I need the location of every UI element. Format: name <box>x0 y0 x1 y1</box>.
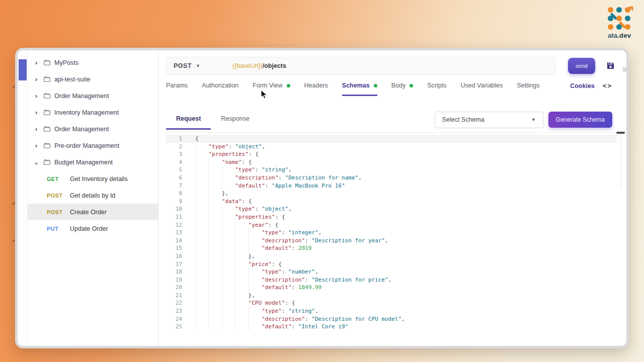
code-line[interactable]: 21 }, <box>166 292 616 300</box>
chevron-right-icon[interactable]: › <box>32 93 40 100</box>
desktop-background: ata.dev ›MyPosts›api-test-suite›Order Ma… <box>0 0 644 362</box>
chevron-right-icon[interactable]: › <box>32 59 40 66</box>
code-text: "type": "object", <box>184 205 292 213</box>
subtab-response[interactable]: Response <box>211 110 259 130</box>
code-line[interactable]: 15 "default": 2019 <box>166 244 616 252</box>
line-number: 14 <box>166 237 184 245</box>
subtab-request[interactable]: Request <box>166 110 211 130</box>
sidebar-folder[interactable]: ›Pre-order Management <box>28 137 158 154</box>
code-line[interactable]: 22 "CPU model": { <box>166 299 616 307</box>
code-text: "description": "Description for price", <box>184 276 391 284</box>
code-line[interactable]: 5 "type": "string", <box>166 166 616 174</box>
send-button[interactable]: send <box>568 58 595 74</box>
code-line[interactable]: 11 "properties": { <box>166 213 616 221</box>
sidebar-request-item[interactable]: POSTCreate Order <box>28 204 158 220</box>
line-number: 25 <box>166 323 184 331</box>
chevron-down-icon[interactable]: ⌄ <box>32 160 40 164</box>
folder-icon <box>43 126 51 132</box>
sidebar-request-item[interactable]: POSTGet details by Id <box>28 187 158 204</box>
chevron-right-icon[interactable]: › <box>32 126 40 133</box>
sidebar-request-item[interactable]: PUTUpdate Order <box>28 220 158 237</box>
code-line[interactable]: 2 "type": "object", <box>166 143 616 151</box>
tab-label: Form View <box>253 82 283 89</box>
line-number: 21 <box>166 292 184 300</box>
method-dropdown[interactable]: POST ▼ <box>167 57 208 74</box>
tab-settings[interactable]: Settings <box>517 82 539 95</box>
generate-schema-button[interactable]: Generate Schema <box>548 112 612 128</box>
url-variable: {{baseUrl}} <box>232 62 263 69</box>
code-line[interactable]: 6 "description": "Description for name", <box>166 174 616 182</box>
editor-scrollbar-track <box>621 133 621 188</box>
app-window: ›MyPosts›api-test-suite›Order Management… <box>15 48 629 348</box>
logo-dots-icon <box>608 7 631 30</box>
url-input[interactable]: {{baseUrl}}/objects <box>208 62 555 69</box>
code-line[interactable]: 12 "year": { <box>166 221 616 229</box>
tabs-right-cluster: Cookies<> <box>570 82 612 89</box>
sidebar-folder[interactable]: ›Inventory Management <box>28 104 158 121</box>
code-line[interactable]: 25 "default": "Intel Core i9" <box>166 323 616 331</box>
tab-label: Used Variables <box>460 82 503 89</box>
code-line[interactable]: 1{ <box>166 135 616 143</box>
tab-label: Params <box>166 82 188 89</box>
schema-select-dropdown[interactable]: Select Schema ▼ <box>435 112 543 128</box>
code-line[interactable]: 13 "type": "integer", <box>166 229 616 237</box>
tab-label: Scripts <box>427 82 446 89</box>
schema-toolbar: RequestResponse Select Schema ▼ Generate… <box>166 110 612 130</box>
tab-headers[interactable]: Headers <box>304 82 328 95</box>
save-button[interactable] <box>606 61 615 71</box>
code-snippet-icon[interactable]: <> <box>603 82 612 89</box>
code-line[interactable]: 19 "description": "Description for price… <box>166 276 616 284</box>
code-line[interactable]: 24 "description": "Description for CPU m… <box>166 315 616 323</box>
tab-label: Authorization <box>202 82 238 89</box>
code-text: "type": "number", <box>184 268 318 276</box>
activity-strip <box>18 50 28 346</box>
request-panel: POST ▼ {{baseUrl}}/objects send <box>158 50 626 346</box>
code-line[interactable]: 10 "type": "object", <box>166 205 616 213</box>
code-text: "price": { <box>184 260 282 268</box>
chevron-right-icon[interactable]: › <box>32 142 40 149</box>
code-line[interactable]: 9 "data": { <box>166 198 616 206</box>
code-line[interactable]: 14 "description": "Description for year"… <box>166 237 616 245</box>
line-number: 16 <box>166 252 184 260</box>
code-text: "default": "Apple MacBook Pro 16" <box>184 182 345 190</box>
tab-scripts[interactable]: Scripts <box>427 82 446 95</box>
sidebar-folder[interactable]: ›api-test-suite <box>28 71 158 87</box>
code-line[interactable]: 4 "name": { <box>166 158 616 166</box>
cookies-link[interactable]: Cookies <box>570 82 595 89</box>
active-view-indicator[interactable] <box>19 59 27 80</box>
tab-body[interactable]: Body <box>391 82 414 95</box>
green-status-dot <box>374 84 377 87</box>
sidebar-folder[interactable]: ⌄Budget Management <box>28 154 158 170</box>
code-line[interactable]: 23 "type": "string", <box>166 307 616 315</box>
sidebar-folder[interactable]: ›Order Management <box>28 121 158 137</box>
folder-label: api-test-suite <box>54 76 91 83</box>
code-line[interactable]: 17 "price": { <box>166 260 616 268</box>
tab-schemas[interactable]: Schemas <box>342 82 377 96</box>
code-line[interactable]: 7 "default": "Apple MacBook Pro 16" <box>166 182 616 190</box>
code-line[interactable]: 3 "properties": { <box>166 150 616 158</box>
sidebar-folder[interactable]: ›Order Management <box>28 87 158 104</box>
chevron-right-icon[interactable]: › <box>32 76 40 83</box>
tab-form-view[interactable]: Form View <box>253 82 290 95</box>
code-line[interactable]: 8 }, <box>166 190 616 198</box>
code-text: "description": "Description for name", <box>184 174 362 182</box>
sidebar-request-item[interactable]: GETGet Inventory details <box>28 170 158 187</box>
code-line[interactable]: 20 "default": 1849.99 <box>166 284 616 292</box>
folder-icon <box>43 93 51 99</box>
request-method-badge: GET <box>47 176 70 182</box>
editor-scrollbar-thumb[interactable] <box>616 132 625 134</box>
save-icon <box>606 61 615 70</box>
code-text: { <box>184 135 199 143</box>
tab-used-variables[interactable]: Used Variables <box>460 82 503 95</box>
tab-params[interactable]: Params <box>166 82 188 95</box>
chevron-right-icon[interactable]: › <box>32 109 40 116</box>
code-line[interactable]: 16 }, <box>166 252 616 260</box>
line-number: 3 <box>166 150 184 158</box>
schema-code-editor[interactable]: 1{2 "type": "object",3 "properties": {4 … <box>166 132 616 346</box>
chevron-down-icon: ▼ <box>531 117 536 122</box>
code-text: "type": "string", <box>184 166 292 174</box>
code-line[interactable]: 18 "type": "number", <box>166 268 616 276</box>
tab-authorization[interactable]: Authorization <box>202 82 238 95</box>
sidebar-folder[interactable]: ›MyPosts <box>28 54 158 71</box>
line-number: 1 <box>166 135 184 143</box>
